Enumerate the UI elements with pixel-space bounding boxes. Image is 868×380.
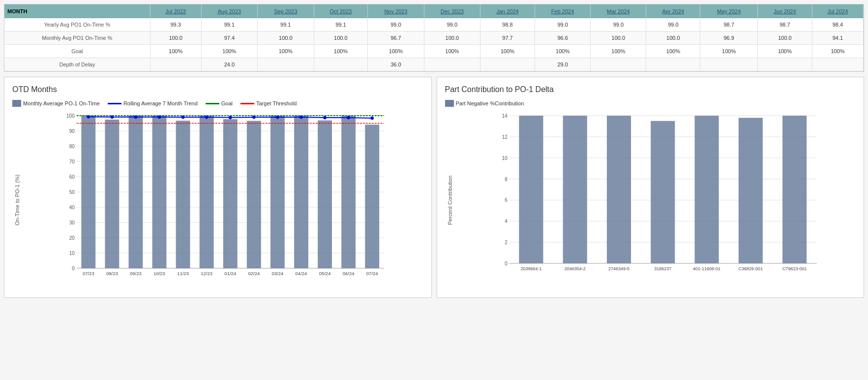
svg-text:10: 10 [502, 156, 508, 161]
legend-color-line [206, 103, 219, 104]
svg-rect-84 [651, 121, 675, 263]
svg-rect-24 [105, 120, 119, 268]
svg-text:50: 50 [69, 190, 75, 195]
col-header-jul2023[interactable]: Jul 2023 [165, 8, 186, 14]
cell-value [757, 58, 812, 71]
col-header-jun2024[interactable]: Jun 2024 [774, 8, 796, 14]
svg-text:03/24: 03/24 [272, 271, 284, 276]
svg-text:2039664-1: 2039664-1 [520, 266, 541, 271]
col-header-may2024[interactable]: May 2024 [717, 8, 741, 14]
cell-value: 100% [646, 45, 700, 58]
table-row: Monthly Avg PO1 On-Time %100.097.4100.01… [4, 32, 864, 45]
otd-chart-box: OTD Months Monthly Average PO-1 On-TimeR… [4, 77, 432, 298]
cell-value: 100% [480, 45, 535, 58]
cell-value: 36.0 [368, 58, 424, 71]
svg-point-59 [324, 116, 327, 119]
svg-text:401-11606-01: 401-11606-01 [693, 266, 720, 271]
cell-value: 100.0 [591, 32, 646, 45]
legend-label: Goal [221, 100, 233, 106]
svg-text:100: 100 [66, 113, 75, 119]
svg-rect-85 [694, 116, 718, 263]
svg-text:04/24: 04/24 [296, 271, 307, 276]
legend-item: Goal [206, 100, 233, 106]
col-header-dec2023[interactable]: Dec 2023 [441, 8, 464, 14]
svg-rect-31 [270, 116, 285, 268]
otd-chart-title: OTD Months [12, 85, 423, 94]
cell-value [424, 58, 480, 71]
part-svg: 024681012142039664-12046354-22746349-531… [453, 111, 856, 288]
col-header-feb2024[interactable]: Feb 2024 [551, 8, 574, 14]
legend-label: Part Negative %Contribution [456, 100, 524, 106]
svg-rect-87 [782, 116, 807, 263]
month-column-header: MONTH [4, 4, 150, 18]
cell-value: 99.0 [424, 18, 480, 32]
svg-text:4: 4 [505, 219, 508, 224]
col-header-aug2023[interactable]: Aug 2023 [218, 8, 241, 14]
part-y-axis-label: Percent Contribution [445, 111, 453, 289]
svg-rect-86 [738, 118, 762, 263]
cell-value: 99.1 [258, 18, 314, 32]
charts-row: OTD Months Monthly Average PO-1 On-TimeR… [4, 77, 864, 298]
summary-table: MONTH Jul 2023Aug 2023Sep 2023Oct 2023No… [4, 4, 864, 71]
svg-text:6: 6 [505, 197, 508, 203]
cell-value [591, 58, 646, 71]
cell-value: 100% [757, 45, 812, 58]
legend-item: Monthly Average PO-1 On-Time [12, 100, 100, 107]
cell-value: 100.0 [150, 32, 201, 45]
svg-text:10: 10 [69, 251, 75, 256]
otd-chart-area: On-Time to PO-1 (%) 01020304050607080901… [12, 111, 423, 289]
legend-item: Part Negative %Contribution [445, 100, 524, 107]
svg-rect-32 [294, 116, 308, 268]
col-header-oct2023[interactable]: Oct 2023 [330, 8, 352, 14]
svg-text:05/24: 05/24 [319, 271, 331, 276]
col-header-apr2024[interactable]: Apr 2024 [662, 8, 685, 14]
cell-value [480, 58, 535, 71]
part-legend: Part Negative %Contribution [445, 100, 856, 107]
svg-text:70: 70 [69, 159, 75, 164]
part-chart-inner: 024681012142039664-12046354-22746349-531… [453, 111, 856, 289]
col-header-nov2023[interactable]: Nov 2023 [384, 8, 407, 14]
svg-rect-26 [152, 116, 167, 268]
otd-chart-inner: 010203040506070809010007/2308/2309/2310/… [20, 111, 423, 289]
legend-color-line [108, 103, 121, 104]
col-header-sep2023[interactable]: Sep 2023 [274, 8, 297, 14]
col-header-jul2024[interactable]: Jul 2024 [828, 8, 848, 14]
svg-text:60: 60 [69, 174, 75, 180]
svg-text:02/24: 02/24 [248, 271, 260, 276]
table-row: Goal100%100%100%100%100%100%100%100%100%… [4, 45, 864, 58]
cell-value [646, 58, 700, 71]
svg-text:8: 8 [505, 177, 508, 182]
svg-text:0: 0 [72, 266, 75, 271]
svg-text:08/23: 08/23 [106, 271, 118, 276]
svg-rect-29 [223, 119, 238, 268]
svg-text:11/23: 11/23 [177, 271, 189, 276]
cell-value: 100.0 [646, 32, 700, 45]
svg-rect-35 [365, 125, 379, 268]
svg-text:3186237: 3186237 [654, 266, 671, 271]
cell-value: 98.7 [757, 18, 812, 32]
svg-text:07/23: 07/23 [83, 271, 94, 276]
col-header-jan2024[interactable]: Jan 2024 [496, 8, 518, 14]
svg-text:2046354-2: 2046354-2 [564, 266, 585, 271]
cell-value: 100% [812, 45, 863, 58]
part-chart-box: Part Contribution to PO-1 Delta Part Neg… [437, 77, 865, 298]
legend-color-box [12, 100, 21, 107]
svg-text:2746349-5: 2746349-5 [608, 266, 629, 271]
cell-value: 97.7 [480, 32, 535, 45]
cell-value [700, 58, 758, 71]
cell-value: 99.1 [314, 18, 368, 32]
row-label: Goal [4, 45, 150, 58]
legend-color-box [445, 100, 454, 107]
cell-value: 99.0 [535, 18, 590, 32]
cell-value: 100% [700, 45, 758, 58]
otd-legend: Monthly Average PO-1 On-TimeRolling Aver… [12, 100, 423, 107]
svg-text:30: 30 [69, 220, 75, 225]
cell-value: 99.0 [368, 18, 424, 32]
cell-value: 99.3 [150, 18, 201, 32]
cell-value: 94.1 [812, 32, 863, 45]
row-label: Monthly Avg PO1 On-Time % [4, 32, 150, 45]
svg-text:06/24: 06/24 [343, 271, 355, 276]
otd-y-axis-label: On-Time to PO-1 (%) [12, 111, 20, 289]
col-header-mar2024[interactable]: Mar 2024 [607, 8, 629, 14]
legend-label: Rolling Average 7 Month Trend [123, 100, 198, 106]
